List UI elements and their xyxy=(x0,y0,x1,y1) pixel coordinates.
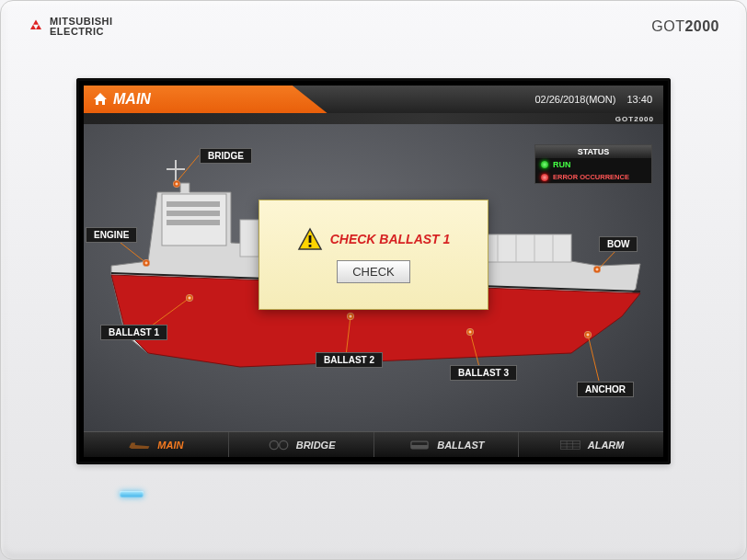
check-button[interactable]: CHECK xyxy=(337,260,410,283)
status-run: RUN xyxy=(553,160,571,169)
brand-name-2: ELECTRIC xyxy=(50,27,113,37)
ship-icon xyxy=(128,438,152,452)
status-panel: STATUS RUN ERROR OCCURRENCE xyxy=(534,144,652,184)
nav-alarm[interactable]: ALARM xyxy=(519,432,663,457)
sub-brand: GOT2000 xyxy=(615,115,654,123)
marker-anchor xyxy=(584,331,592,338)
label-bridge[interactable]: BRIDGE xyxy=(200,148,252,164)
svg-rect-12 xyxy=(479,234,571,262)
page-title: MAIN xyxy=(113,91,151,108)
nav-ballast[interactable]: BALLAST xyxy=(374,432,520,457)
label-bow[interactable]: BOW xyxy=(599,236,638,252)
nav-ballast-label: BALLAST xyxy=(437,440,484,451)
header-time: 13:40 xyxy=(626,94,652,105)
svg-rect-5 xyxy=(167,201,220,207)
brand-row: MITSUBISHI ELECTRIC GOT2000 xyxy=(28,17,719,37)
led-red-icon xyxy=(541,174,548,181)
nav-main[interactable]: MAIN xyxy=(84,432,229,457)
label-ballast2[interactable]: BALLAST 2 xyxy=(316,352,383,368)
svg-marker-2 xyxy=(36,25,41,29)
nav-bar: MAIN BRIDGE BALLAST ALARM xyxy=(84,431,663,457)
marker-engine xyxy=(143,259,150,267)
header: 02/26/2018(MON) 13:40 MAIN xyxy=(84,86,663,113)
hmi-screen[interactable]: 02/26/2018(MON) 13:40 MAIN GOT2000 xyxy=(84,86,663,457)
alert-popup: CHECK BALLAST 1 CHECK xyxy=(259,200,488,310)
label-engine[interactable]: ENGINE xyxy=(86,227,137,243)
header-date: 02/26/2018(MON) xyxy=(534,94,615,105)
marker-bridge xyxy=(173,180,180,188)
svg-marker-0 xyxy=(33,20,39,25)
label-anchor[interactable]: ANCHOR xyxy=(577,382,634,397)
marker-bow xyxy=(593,266,601,273)
product-model: GOT2000 xyxy=(651,18,719,35)
marker-ballast3 xyxy=(466,328,474,336)
svg-rect-6 xyxy=(167,211,220,216)
nav-bridge-label: BRIDGE xyxy=(296,440,336,451)
svg-point-37 xyxy=(270,440,278,449)
svg-marker-1 xyxy=(30,25,36,29)
nav-main-label: MAIN xyxy=(157,440,183,451)
mitsubishi-logo-icon xyxy=(28,18,44,35)
svg-line-33 xyxy=(588,335,599,381)
marker-ballast1 xyxy=(186,294,193,302)
led-green-icon xyxy=(541,161,548,168)
ship-diagram: STATUS RUN ERROR OCCURRENCE BRIDGE ENGIN… xyxy=(84,128,663,431)
svg-rect-41 xyxy=(560,440,580,449)
svg-rect-40 xyxy=(411,445,428,449)
warning-icon xyxy=(297,227,323,251)
label-ballast1[interactable]: BALLAST 1 xyxy=(100,325,167,340)
grid-icon xyxy=(558,438,582,452)
nav-bridge[interactable]: BRIDGE xyxy=(229,432,374,457)
sub-brand-strip: GOT2000 xyxy=(84,113,663,124)
svg-rect-36 xyxy=(308,245,311,247)
popup-message: CHECK BALLAST 1 xyxy=(330,232,451,246)
power-led-icon xyxy=(120,491,144,497)
status-run-row: RUN xyxy=(535,158,651,171)
status-error-row: ERROR OCCURRENCE xyxy=(535,171,651,183)
svg-marker-3 xyxy=(94,93,107,105)
svg-rect-7 xyxy=(167,220,220,225)
tank-icon xyxy=(408,438,431,452)
home-icon xyxy=(93,93,108,106)
status-title: STATUS xyxy=(535,145,651,158)
svg-rect-35 xyxy=(308,235,311,243)
status-error: ERROR OCCURRENCE xyxy=(553,173,629,181)
screen-frame: 02/26/2018(MON) 13:40 MAIN GOT2000 xyxy=(76,78,671,464)
gauge-icon xyxy=(267,438,291,452)
brand-left: MITSUBISHI ELECTRIC xyxy=(28,17,113,37)
marker-ballast2 xyxy=(347,313,354,320)
label-ballast3[interactable]: BALLAST 3 xyxy=(450,365,517,381)
svg-point-38 xyxy=(279,440,287,449)
nav-alarm-label: ALARM xyxy=(588,440,625,451)
